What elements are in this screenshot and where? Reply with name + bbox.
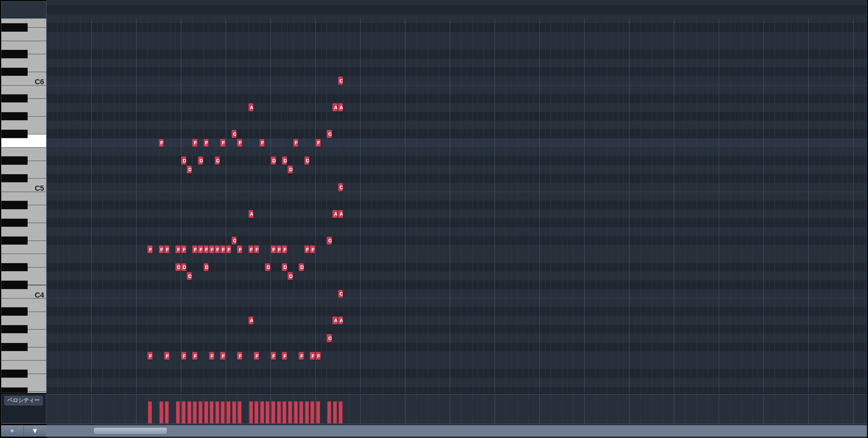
midi-note[interactable]: F	[254, 352, 259, 360]
midi-note[interactable]: G	[327, 334, 332, 342]
scrollbar-thumb[interactable]	[93, 427, 167, 435]
midi-note[interactable]: D	[198, 156, 203, 164]
midi-note[interactable]: F	[159, 245, 164, 253]
velocity-bar[interactable]	[310, 401, 314, 424]
midi-note[interactable]: F	[237, 139, 242, 147]
velocity-bar[interactable]	[339, 401, 343, 424]
midi-note[interactable]: F	[276, 245, 282, 253]
velocity-bar[interactable]	[193, 401, 197, 424]
midi-note[interactable]: F	[181, 352, 186, 360]
midi-note[interactable]: D	[181, 263, 186, 271]
midi-note[interactable]: A	[332, 103, 338, 111]
velocity-bar[interactable]	[159, 401, 163, 424]
midi-note[interactable]: F	[220, 139, 225, 147]
velocity-bar[interactable]	[266, 401, 270, 424]
midi-note[interactable]: A	[332, 316, 338, 324]
midi-note[interactable]: D	[282, 156, 287, 164]
midi-note[interactable]: F	[159, 139, 164, 147]
velocity-track[interactable]	[46, 395, 867, 424]
midi-note[interactable]: G	[231, 130, 237, 138]
velocity-bar[interactable]	[327, 401, 331, 424]
midi-note[interactable]: F	[220, 352, 225, 360]
velocity-bar[interactable]	[288, 401, 292, 424]
midi-note[interactable]: F	[282, 245, 287, 253]
midi-note[interactable]: F	[254, 245, 259, 253]
midi-note[interactable]: F	[226, 245, 231, 253]
midi-note[interactable]: C	[338, 183, 343, 191]
zoom-menu-button[interactable]: ▼	[24, 425, 46, 437]
velocity-bar[interactable]	[299, 401, 303, 424]
midi-note[interactable]: F	[147, 352, 153, 360]
midi-note[interactable]: A	[248, 103, 254, 111]
midi-note[interactable]: A	[248, 210, 254, 218]
midi-note[interactable]: F	[259, 139, 265, 147]
velocity-label[interactable]: ベロシティー	[1, 395, 46, 424]
midi-note[interactable]: G	[327, 130, 332, 138]
midi-note[interactable]: F	[192, 245, 197, 253]
midi-note[interactable]: G	[231, 237, 237, 245]
midi-note[interactable]: A	[248, 316, 254, 324]
midi-note[interactable]: F	[164, 245, 169, 253]
midi-note[interactable]: F	[315, 139, 321, 147]
midi-note[interactable]: F	[204, 245, 209, 253]
midi-note[interactable]: F	[282, 352, 287, 360]
midi-note[interactable]: D	[265, 263, 270, 271]
velocity-bar[interactable]	[277, 401, 281, 424]
midi-note[interactable]: F	[237, 352, 242, 360]
midi-note[interactable]: F	[147, 245, 153, 253]
midi-note[interactable]: C	[338, 290, 343, 298]
midi-note[interactable]: A	[332, 210, 338, 218]
velocity-bar[interactable]	[282, 401, 286, 424]
midi-note[interactable]: G	[327, 237, 332, 245]
velocity-bar[interactable]	[249, 401, 253, 424]
velocity-bar[interactable]	[176, 401, 180, 424]
velocity-bar[interactable]	[333, 401, 337, 424]
midi-note[interactable]: D	[304, 156, 310, 164]
midi-note[interactable]: D	[282, 263, 287, 271]
midi-note[interactable]: F	[220, 245, 225, 253]
velocity-bar[interactable]	[271, 401, 275, 424]
midi-note[interactable]: F	[215, 245, 220, 253]
velocity-bar[interactable]	[226, 401, 230, 424]
zoom-plus-button[interactable]: +	[1, 425, 24, 437]
midi-note[interactable]: F	[198, 245, 203, 253]
midi-note[interactable]: F	[310, 352, 315, 360]
velocity-lane[interactable]: ベロシティー	[1, 394, 867, 424]
velocity-bar[interactable]	[238, 401, 242, 424]
midi-note[interactable]: F	[175, 245, 181, 253]
midi-note[interactable]: F	[237, 245, 242, 253]
midi-note[interactable]: F	[299, 352, 304, 360]
midi-note[interactable]: F	[204, 139, 209, 147]
velocity-bar[interactable]	[210, 401, 214, 424]
velocity-bar[interactable]	[148, 401, 152, 424]
midi-note[interactable]: D	[175, 263, 181, 271]
velocity-bar[interactable]	[254, 401, 258, 424]
velocity-bar[interactable]	[204, 401, 208, 424]
horizontal-scrollbar[interactable]	[46, 425, 867, 437]
midi-note[interactable]: D	[187, 165, 192, 174]
midi-note[interactable]: D	[204, 263, 209, 271]
velocity-bar[interactable]	[187, 401, 191, 424]
midi-note[interactable]: F	[209, 245, 214, 253]
velocity-bar[interactable]	[305, 401, 309, 424]
midi-note[interactable]: D	[271, 156, 276, 164]
midi-note[interactable]: F	[310, 245, 315, 253]
velocity-bar[interactable]	[198, 401, 203, 424]
velocity-bar[interactable]	[165, 401, 169, 424]
midi-note[interactable]: D	[215, 156, 220, 164]
midi-note[interactable]: F	[271, 245, 276, 253]
midi-note[interactable]: A	[338, 103, 343, 111]
midi-note[interactable]: F	[164, 352, 169, 360]
velocity-bar[interactable]	[221, 401, 225, 424]
velocity-bar[interactable]	[215, 401, 219, 424]
velocity-bar[interactable]	[260, 401, 264, 424]
midi-note[interactable]: F	[315, 352, 321, 360]
midi-note[interactable]: F	[271, 352, 276, 360]
midi-note[interactable]: A	[338, 210, 343, 218]
velocity-bar[interactable]	[232, 401, 236, 424]
midi-note[interactable]: D	[187, 272, 192, 280]
midi-note[interactable]: D	[287, 272, 293, 280]
midi-note[interactable]: F	[181, 245, 186, 253]
piano-keyboard[interactable]: C6C5C4C3	[1, 19, 46, 393]
note-grid[interactable]: FDDFDFDFGFAFDDDFDFGAACFFFDFFDDFFFDFFFFGF…	[46, 19, 867, 393]
